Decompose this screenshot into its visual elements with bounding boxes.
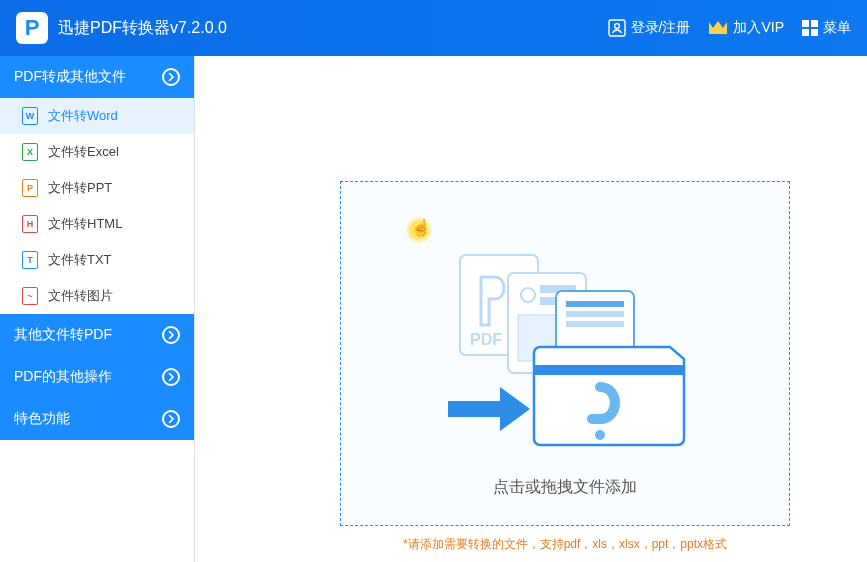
sidebar-item-label: 文件转Word <box>48 107 118 125</box>
sidebar-item-to-txt[interactable]: T 文件转TXT <box>0 242 194 278</box>
chevron-right-icon <box>162 68 180 86</box>
html-file-icon: H <box>22 215 38 233</box>
sidebar-category-label: PDF的其他操作 <box>14 368 112 386</box>
dropzone-illustration-icon: PDF <box>440 237 690 451</box>
user-icon <box>608 19 626 37</box>
sidebar-category-label: PDF转成其他文件 <box>14 68 126 86</box>
sidebar-item-to-image[interactable]: ~ 文件转图片 <box>0 278 194 314</box>
vip-label: 加入VIP <box>733 19 784 37</box>
logo-p-icon: P <box>25 15 40 41</box>
menu-button[interactable]: 菜单 <box>802 19 851 37</box>
txt-file-icon: T <box>22 251 38 269</box>
svg-rect-3 <box>811 20 818 27</box>
svg-rect-16 <box>566 321 624 327</box>
sidebar-category-pdf-to-other[interactable]: PDF转成其他文件 <box>0 56 194 98</box>
chevron-right-icon <box>162 368 180 386</box>
word-file-icon: W <box>22 107 38 125</box>
app-title: 迅捷PDF转换器v7.2.0.0 <box>58 18 227 39</box>
menu-label: 菜单 <box>823 19 851 37</box>
svg-rect-5 <box>811 29 818 36</box>
ppt-file-icon: P <box>22 179 38 197</box>
svg-point-1 <box>614 24 619 29</box>
sidebar-item-to-excel[interactable]: X 文件转Excel <box>0 134 194 170</box>
svg-rect-14 <box>566 301 624 307</box>
excel-file-icon: X <box>22 143 38 161</box>
chevron-right-icon <box>162 326 180 344</box>
sidebar-item-to-html[interactable]: H 文件转HTML <box>0 206 194 242</box>
vip-icon <box>708 20 728 36</box>
sidebar-item-label: 文件转PPT <box>48 179 112 197</box>
sidebar-category-label: 特色功能 <box>14 410 70 428</box>
sidebar-category-label: 其他文件转PDF <box>14 326 112 344</box>
image-file-icon: ~ <box>22 287 38 305</box>
svg-rect-2 <box>802 20 809 27</box>
sidebar-category-special[interactable]: 特色功能 <box>0 398 194 440</box>
svg-text:PDF: PDF <box>470 331 502 348</box>
sidebar-item-to-word[interactable]: W 文件转Word <box>0 98 194 134</box>
sidebar-item-label: 文件转TXT <box>48 251 112 269</box>
sidebar-item-to-ppt[interactable]: P 文件转PPT <box>0 170 194 206</box>
file-dropzone[interactable]: PDF 点击或拖拽文件添加 <box>340 181 790 526</box>
svg-point-18 <box>595 430 605 440</box>
sidebar-category-pdf-ops[interactable]: PDF的其他操作 <box>0 356 194 398</box>
app-logo: P <box>16 12 48 44</box>
vip-button[interactable]: 加入VIP <box>708 19 784 37</box>
chevron-right-icon <box>162 410 180 428</box>
login-button[interactable]: 登录/注册 <box>608 19 691 37</box>
sidebar-item-label: 文件转图片 <box>48 287 113 305</box>
svg-marker-19 <box>448 387 530 431</box>
format-hint: *请添加需要转换的文件，支持pdf，xls，xlsx，ppt，pptx格式 <box>340 536 790 553</box>
main-panel: PDF 点击或拖拽文件添加 * <box>195 56 867 562</box>
sidebar: PDF转成其他文件 W 文件转Word X 文件转Excel P 文件转PPT … <box>0 56 195 562</box>
sidebar-category-other-to-pdf[interactable]: 其他文件转PDF <box>0 314 194 356</box>
login-label: 登录/注册 <box>631 19 691 37</box>
sidebar-item-label: 文件转HTML <box>48 215 122 233</box>
svg-rect-4 <box>802 29 809 36</box>
titlebar: P 迅捷PDF转换器v7.2.0.0 登录/注册 加入VIP 菜单 <box>0 0 867 56</box>
dropzone-text: 点击或拖拽文件添加 <box>341 477 789 498</box>
svg-rect-17 <box>534 365 684 375</box>
grid-icon <box>802 20 818 36</box>
sidebar-item-label: 文件转Excel <box>48 143 119 161</box>
svg-rect-15 <box>566 311 624 317</box>
